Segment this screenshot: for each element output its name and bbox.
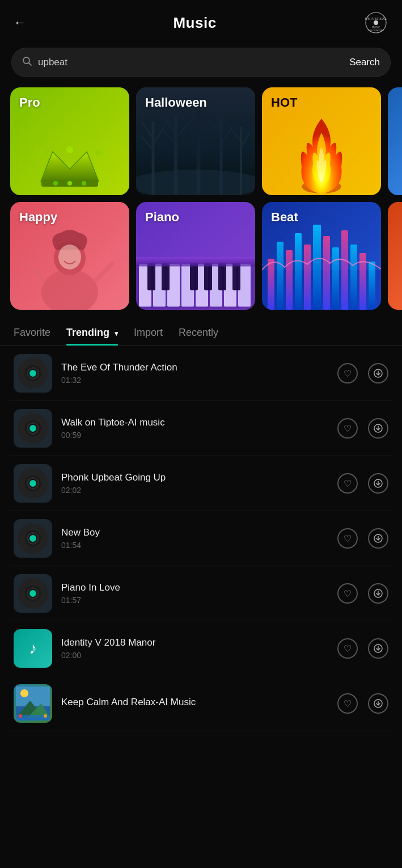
track-duration: 01:32 [61,376,337,385]
track-info: Phonk Upbeat Going Up 02:02 [61,472,337,495]
category-beat[interactable]: Beat [262,202,381,310]
svg-rect-73 [369,262,375,310]
crown-icon [36,138,104,189]
track-name: Piano In Love [61,582,337,593]
category-happy-label: Happy [19,210,57,225]
track-info: Keep Calm And Relax-AI Music [61,697,337,710]
svg-rect-58 [232,263,240,290]
svg-point-10 [39,150,44,155]
track-actions: ♡ [337,363,388,384]
category-pro[interactable]: Pro [10,87,129,195]
svg-text:FOR CREATORS: FOR CREATORS [368,30,384,32]
beat-image [262,202,381,310]
svg-rect-70 [341,230,348,310]
like-button[interactable]: ♡ [337,363,358,384]
track-thumb [14,464,52,503]
search-icon [22,56,32,69]
track-actions: ♡ [337,583,388,604]
like-button[interactable]: ♡ [337,693,358,714]
track-thumb: ♪ [14,629,52,668]
search-input[interactable] [38,57,349,68]
track-name: Keep Calm And Relax-AI Music [61,697,337,708]
track-info: Identity V 2018 Manor 02:00 [61,637,337,660]
svg-rect-65 [295,233,302,310]
tab-favorite[interactable]: Favorite [14,327,50,345]
track-item[interactable]: Phonk Upbeat Going Up 02:02 ♡ [9,456,393,511]
track-thumb [14,354,52,393]
svg-rect-59 [136,258,255,267]
tabs: Favorite Trending ▾ Import Recently [0,317,402,346]
download-button[interactable] [368,363,388,384]
happy-image [10,224,129,310]
like-button[interactable]: ♡ [337,583,358,604]
svg-point-16 [82,181,86,186]
download-button[interactable] [368,638,388,659]
track-item[interactable]: Walk on Tiptoe-AI music 00:59 ♡ [9,401,393,456]
like-button[interactable]: ♡ [337,418,358,439]
svg-point-14 [53,181,58,186]
track-actions: ♡ [337,528,388,549]
download-button[interactable] [368,418,388,439]
category-partial-blue[interactable] [388,87,402,195]
category-hot-label: HOT [271,95,297,110]
track-info: Walk on Tiptoe-AI music 00:59 [61,417,337,440]
svg-rect-66 [304,245,311,310]
track-item[interactable]: ♪ Identity V 2018 Manor 02:00 ♡ [9,621,393,676]
svg-point-2 [374,20,378,25]
like-button[interactable]: ♡ [337,473,358,494]
track-name: The Eve Of Thunder Action [61,362,337,373]
svg-point-93 [44,714,47,718]
category-piano[interactable]: Piano [136,202,255,310]
track-thumb [14,519,52,558]
trending-arrow-icon: ▾ [115,330,118,338]
track-item[interactable]: Keep Calm And Relax-AI Music ♡ [9,676,393,731]
track-item[interactable]: New Boy 01:54 ♡ [9,511,393,566]
track-actions: ♡ [337,418,388,439]
track-duration: 01:57 [61,596,337,605]
tab-recently[interactable]: Recently [179,327,218,345]
tab-import[interactable]: Import [134,327,163,345]
landscape-icon [16,686,50,720]
category-halloween[interactable]: Halloween [136,87,255,195]
track-actions: ♡ [337,473,388,494]
svg-rect-55 [190,263,198,290]
track-duration: 01:54 [61,541,337,550]
svg-point-92 [19,714,22,718]
svg-point-12 [95,150,101,155]
universal-logo: UNIVERSAL MUSIC FOR CREATORS [363,10,388,35]
search-button[interactable]: Search [349,57,380,68]
track-actions: ♡ [337,638,388,659]
track-info: New Boy 01:54 [61,527,337,550]
svg-rect-67 [313,225,321,310]
logo-area: UNIVERSAL MUSIC FOR CREATORS [363,10,388,35]
svg-rect-68 [323,236,330,310]
svg-rect-69 [332,247,339,310]
search-bar: Search [11,48,391,77]
svg-point-11 [66,146,73,153]
like-button[interactable]: ♡ [337,638,358,659]
track-actions: ♡ [337,693,388,714]
download-button[interactable] [368,693,388,714]
track-name: New Boy [61,527,337,538]
category-happy[interactable]: Happy [10,202,129,310]
category-pro-label: Pro [19,95,40,110]
download-button[interactable] [368,473,388,494]
svg-point-19 [58,245,81,269]
category-partial-orange[interactable] [388,202,402,310]
track-thumb [14,684,52,723]
like-button[interactable]: ♡ [337,528,358,549]
track-item[interactable]: Piano In Love 01:57 ♡ [9,566,393,621]
back-button[interactable]: ← [14,15,26,30]
category-hot[interactable]: HOT [262,87,381,195]
track-name: Identity V 2018 Manor [61,637,337,648]
svg-text:MUSIC: MUSIC [372,26,380,29]
svg-point-88 [20,689,28,697]
track-item[interactable]: The Eve Of Thunder Action 01:32 ♡ [9,346,393,401]
download-button[interactable] [368,583,388,604]
category-halloween-label: Halloween [145,95,207,110]
track-info: Piano In Love 01:57 [61,582,337,605]
tab-trending[interactable]: Trending ▾ [66,327,118,345]
download-button[interactable] [368,528,388,549]
svg-line-21 [95,264,112,281]
svg-line-6 [29,62,32,65]
